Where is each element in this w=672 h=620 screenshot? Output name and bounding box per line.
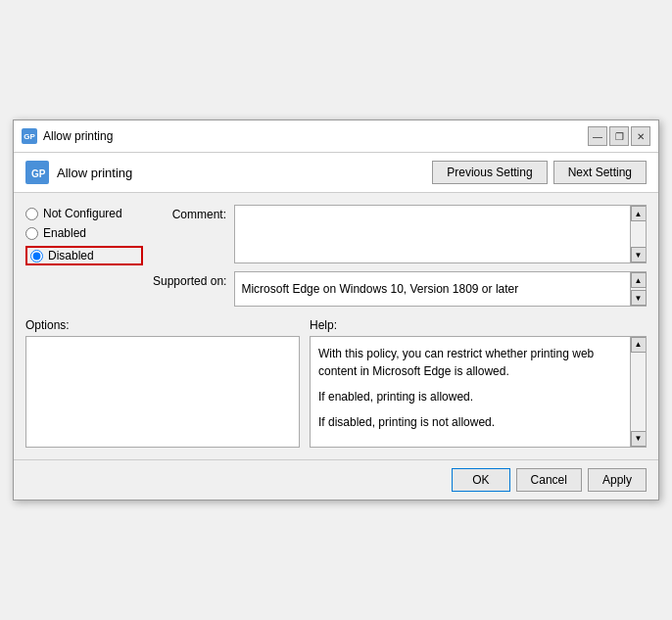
disabled-text: Disabled xyxy=(48,249,94,262)
scroll-down-icon: ▼ xyxy=(635,251,643,260)
supported-row: Supported on: Microsoft Edge on Windows … xyxy=(153,271,647,307)
enabled-radio[interactable] xyxy=(25,227,38,240)
restore-icon: ❐ xyxy=(615,131,624,142)
supported-scroll-down[interactable]: ▼ xyxy=(631,290,647,306)
radio-panel: Not Configured Enabled Disabled xyxy=(25,205,143,307)
options-label: Options: xyxy=(25,318,300,332)
minimize-icon: — xyxy=(593,131,602,142)
header-icon: GP xyxy=(25,161,49,184)
minimize-button[interactable]: — xyxy=(588,126,607,146)
enabled-text: Enabled xyxy=(43,226,86,240)
window-icon: GP xyxy=(22,128,37,144)
bottom-section: Options: Help: With this policy, you can… xyxy=(25,318,647,448)
supported-content-box: Microsoft Edge on Windows 10, Version 18… xyxy=(234,271,647,307)
not-configured-radio-label[interactable]: Not Configured xyxy=(25,207,143,220)
help-scrollbar: ▲ ▼ xyxy=(630,337,646,447)
top-section: Not Configured Enabled Disabled Comment: xyxy=(25,205,647,307)
help-text: With this policy, you can restrict wheth… xyxy=(318,345,638,431)
header-left: GP Allow printing xyxy=(25,161,132,184)
header-buttons: Previous Setting Next Setting xyxy=(432,161,647,184)
supported-label: Supported on: xyxy=(153,271,226,288)
help-label: Help: xyxy=(310,318,647,332)
help-panel: Help: With this policy, you can restrict… xyxy=(310,318,647,448)
scroll-up-icon: ▲ xyxy=(635,210,643,218)
disabled-radio[interactable] xyxy=(30,250,43,262)
comment-scroll-down[interactable]: ▼ xyxy=(631,247,647,262)
window-title: Allow printing xyxy=(43,129,113,143)
previous-setting-button[interactable]: Previous Setting xyxy=(432,161,547,184)
help-box: With this policy, you can restrict wheth… xyxy=(310,336,647,448)
header-title: Allow printing xyxy=(57,166,132,180)
options-panel: Options: xyxy=(25,318,300,448)
help-scroll-down-icon: ▼ xyxy=(635,433,643,445)
enabled-radio-label[interactable]: Enabled xyxy=(25,226,143,240)
help-scroll-up-icon: ▲ xyxy=(635,339,643,351)
next-setting-button[interactable]: Next Setting xyxy=(553,161,647,184)
help-scroll-down[interactable]: ▼ xyxy=(631,431,647,447)
disabled-radio-label[interactable]: Disabled xyxy=(25,246,143,265)
title-controls: — ❐ ✕ xyxy=(588,126,650,146)
help-scroll-up[interactable]: ▲ xyxy=(631,337,647,353)
supported-scroll-up[interactable]: ▲ xyxy=(631,272,647,288)
footer: OK Cancel Apply xyxy=(14,459,658,500)
supported-scrollbar: ▲ ▼ xyxy=(630,272,646,306)
content-area: Not Configured Enabled Disabled Comment: xyxy=(14,193,658,459)
header-bar: GP Allow printing Previous Setting Next … xyxy=(14,153,658,193)
close-icon: ✕ xyxy=(637,131,645,142)
supported-value: Microsoft Edge on Windows 10, Version 18… xyxy=(241,282,640,296)
help-line2: If enabled, printing is allowed. xyxy=(318,388,620,405)
title-bar: GP Allow printing — ❐ ✕ xyxy=(14,120,658,153)
main-window: GP Allow printing — ❐ ✕ GP Allow xyxy=(13,119,659,501)
ok-button[interactable]: OK xyxy=(452,468,509,492)
comment-row: Comment: ▲ ▼ xyxy=(153,205,647,263)
apply-button[interactable]: Apply xyxy=(588,468,647,492)
title-bar-left: GP Allow printing xyxy=(22,128,113,144)
restore-button[interactable]: ❐ xyxy=(609,126,629,146)
sup-scroll-down-icon: ▼ xyxy=(635,294,643,303)
comment-area: ▲ ▼ xyxy=(234,205,647,263)
cancel-button[interactable]: Cancel xyxy=(516,468,582,492)
help-line3: If disabled, printing is not allowed. xyxy=(318,413,620,431)
svg-text:GP: GP xyxy=(31,168,46,179)
right-section: Comment: ▲ ▼ Supported xyxy=(153,205,647,307)
comment-label: Comment: xyxy=(153,205,226,221)
not-configured-text: Not Configured xyxy=(43,207,122,220)
comment-scroll-up[interactable]: ▲ xyxy=(631,206,647,221)
help-line1: With this policy, you can restrict wheth… xyxy=(318,345,620,380)
not-configured-radio[interactable] xyxy=(25,208,38,220)
close-button[interactable]: ✕ xyxy=(631,126,650,146)
sup-scroll-up-icon: ▲ xyxy=(635,276,643,285)
policy-icon: GP xyxy=(27,163,47,182)
comment-scrollbar: ▲ ▼ xyxy=(630,206,646,262)
options-box xyxy=(25,336,300,448)
